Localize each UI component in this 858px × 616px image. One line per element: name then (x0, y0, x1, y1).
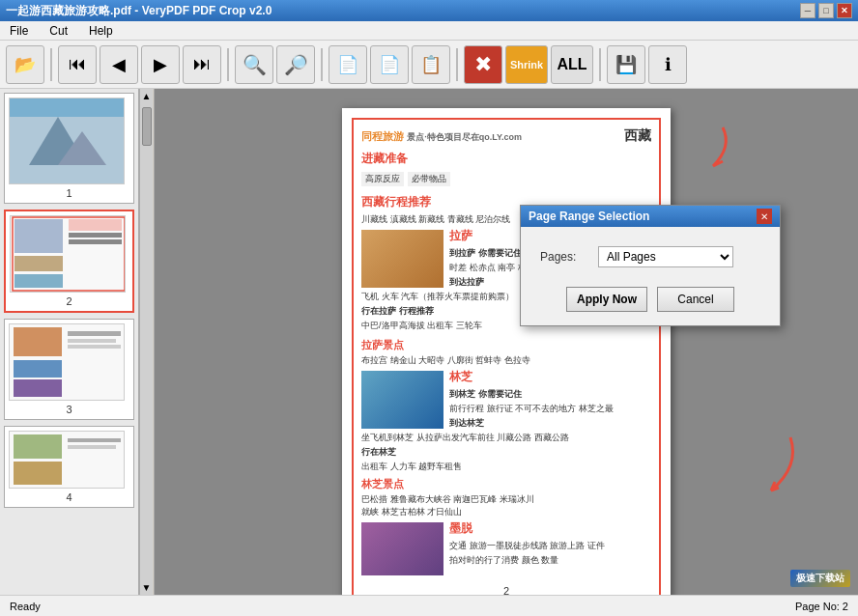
arrow-annotation-1 (665, 118, 742, 217)
metuo-image (361, 522, 443, 575)
logo-url: 景点·特色项目尽在qo.LY.com (407, 132, 522, 142)
thumb-label-2: 2 (10, 295, 129, 307)
zoom-in-icon: 🔎 (284, 53, 308, 76)
zoom-fit-icon: 🔍 (243, 53, 267, 76)
title-bar-buttons: ─ □ ✕ (800, 3, 852, 18)
svg-rect-20 (14, 434, 62, 459)
thumb-image-2 (10, 215, 126, 293)
all-button[interactable]: ALL (551, 45, 593, 84)
status-bar: Ready Page No: 2 (0, 595, 858, 616)
dialog-body: Pages: All Pages Current Page Odd Pages … (521, 227, 780, 325)
section-1-row: 高原反应 必带物品 (361, 170, 651, 188)
thumb-image-1 (9, 98, 125, 184)
svg-rect-23 (68, 445, 116, 449)
svg-rect-17 (68, 339, 116, 343)
scroll-down-button[interactable]: ▼ (140, 580, 154, 595)
toolbar: 📂 ⏮ ◀ ▶ ⏭ 🔍 🔎 📄 📄 📋 ✖ Shrink ALL 💾 ℹ (0, 41, 858, 89)
info-icon: ℹ (665, 54, 672, 75)
play-icon: ▶ (154, 54, 167, 75)
last-page-button[interactable]: ⏭ (183, 45, 221, 84)
pages-label: Pages: (540, 250, 588, 264)
svg-rect-9 (69, 219, 122, 231)
dialog-close-button[interactable]: ✕ (757, 209, 772, 224)
sub5c-detail: 出租车 人力车 越野车租售 (361, 461, 651, 473)
open-button[interactable]: 📂 (6, 45, 44, 84)
pdf-border: 同程旅游 景点·特色项目尽在qo.LY.com 西藏 进藏准备 高原反应 必带物… (352, 118, 661, 595)
menu-file[interactable]: File (4, 22, 34, 40)
copy-icon: 📋 (420, 54, 442, 75)
prev-page-button[interactable]: ◀ (100, 45, 138, 84)
save-button[interactable]: 💾 (607, 45, 645, 84)
delete-button[interactable]: ✖ (464, 45, 502, 84)
close-button[interactable]: ✕ (837, 3, 852, 18)
svg-rect-10 (69, 233, 122, 238)
toolbar-separator-3 (321, 48, 323, 81)
toolbar-separator-4 (456, 48, 458, 81)
shrink-icon: Shrink (510, 59, 543, 70)
prev-page-icon: ◀ (112, 54, 126, 75)
page-thumbnail-4[interactable]: 4 (4, 426, 134, 508)
row1-value: 必带物品 (408, 172, 450, 186)
thumb-image-4 (9, 431, 125, 489)
scroll-up-button[interactable]: ▲ (140, 89, 154, 103)
pdf-page-number: 2 (361, 585, 651, 595)
section-5: 林芝 到林芝 你需要记住 前行行程 旅行证 不可不去的地方 林芝之最 到达林芝 … (361, 369, 651, 475)
maximize-button[interactable]: □ (818, 3, 834, 18)
svg-rect-22 (68, 438, 121, 442)
page-thumbnail-1[interactable]: 1 (4, 93, 134, 204)
pdf-page: 同程旅游 景点·特色项目尽在qo.LY.com 西藏 进藏准备 高原反应 必带物… (342, 108, 671, 595)
sidebar: 1 2 (0, 89, 139, 595)
pages-select[interactable]: All Pages Current Page Odd Pages Even Pa… (598, 246, 733, 267)
linzhi-image (361, 371, 443, 429)
save-icon: 💾 (615, 54, 637, 75)
menu-cut[interactable]: Cut (43, 22, 73, 40)
section-4-title: 拉萨景点 (361, 338, 651, 352)
copy-button[interactable]: 📋 (412, 45, 450, 84)
watermark: 极速下载站 (790, 570, 850, 587)
svg-rect-18 (68, 345, 121, 349)
pdf-header: 同程旅游 景点·特色项目尽在qo.LY.com 西藏 (361, 127, 651, 145)
dialog-title-text: Page Range Selection (529, 210, 649, 223)
zoom-in-button[interactable]: 🔎 (276, 45, 315, 84)
apply-now-button[interactable]: Apply Now (566, 287, 647, 312)
shrink-button[interactable]: Shrink (505, 45, 548, 84)
dialog-title-bar: Page Range Selection ✕ (521, 206, 780, 227)
cancel-button[interactable]: Cancel (657, 287, 734, 312)
thumb-label-4: 4 (9, 491, 129, 503)
toolbar-separator-5 (599, 48, 601, 81)
pdf-view[interactable]: 同程旅游 景点·特色项目尽在qo.LY.com 西藏 进藏准备 高原反应 必带物… (155, 89, 858, 595)
new-page-button-1[interactable]: 📄 (329, 45, 367, 84)
info-button[interactable]: ℹ (648, 45, 687, 84)
thumb-label-1: 1 (9, 187, 129, 199)
arrow-annotation-2 (742, 428, 819, 508)
svg-rect-11 (69, 239, 122, 244)
toolbar-separator-1 (50, 48, 52, 81)
svg-rect-3 (10, 98, 124, 117)
section-7: 墨脱 交通 旅游一墨脱徒步线路 旅游上路 证件 拍对时的行了消费 颜色 数量 (361, 520, 651, 577)
new-page-icon-2: 📄 (379, 54, 400, 75)
main-area: 1 2 (0, 89, 858, 595)
minimize-button[interactable]: ─ (800, 3, 815, 18)
menu-help[interactable]: Help (83, 22, 119, 40)
svg-rect-15 (14, 379, 62, 397)
svg-rect-7 (14, 256, 63, 271)
dialog-buttons: Apply Now Cancel (540, 287, 760, 312)
status-ready: Ready (10, 601, 41, 612)
new-page-button-2[interactable]: 📄 (370, 45, 409, 84)
page-range-dialog[interactable]: Page Range Selection ✕ Pages: All Pages … (520, 205, 781, 326)
pdf-logo: 同程旅游 景点·特色项目尽在qo.LY.com (361, 129, 522, 144)
lhasa-image (361, 230, 443, 288)
page-thumbnail-3[interactable]: 3 (4, 319, 134, 420)
first-page-button[interactable]: ⏮ (58, 45, 97, 84)
play-button[interactable]: ▶ (141, 45, 180, 84)
sub6-detail: 巴松措 雅鲁藏布大峡谷 南迦巴瓦峰 米瑞冰川 就峡 林芝古柏林 才日仙山 (361, 493, 651, 518)
page-thumbnail-2[interactable]: 2 (4, 210, 134, 313)
sub5c: 行在林芝 (361, 446, 651, 459)
zoom-fit-button[interactable]: 🔍 (235, 45, 273, 84)
pdf-title: 西藏 (624, 127, 651, 145)
sub4-detail: 布拉宫 纳金山 大昭寺 八廓街 哲蚌寺 色拉寺 (361, 354, 651, 367)
menu-bar: File Cut Help (0, 21, 858, 41)
dialog-pages-row: Pages: All Pages Current Page Odd Pages … (540, 246, 760, 267)
last-page-icon: ⏭ (193, 54, 211, 74)
scroll-thumb[interactable] (142, 107, 152, 146)
